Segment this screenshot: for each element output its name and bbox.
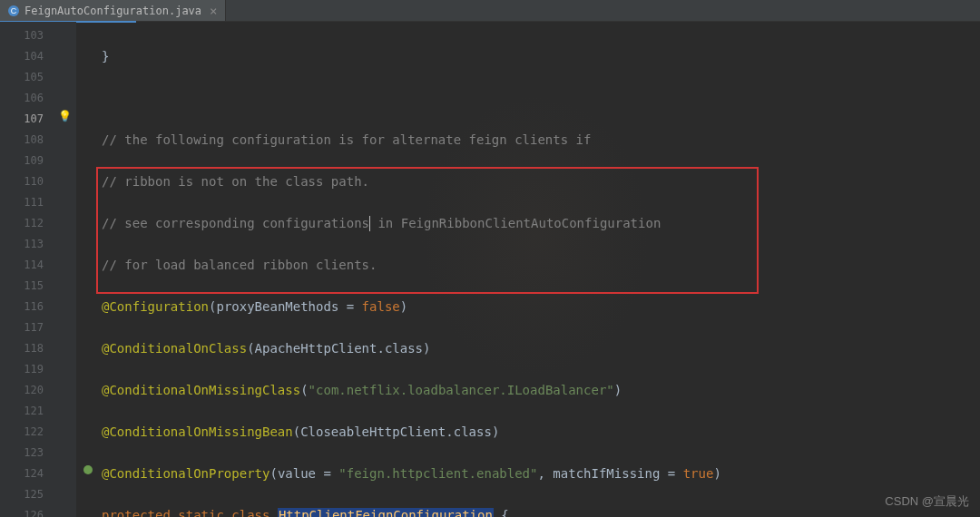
marker-column: 💡 [54,22,76,517]
tab-filename: FeignAutoConfiguration.java [24,5,201,17]
code-line [102,88,980,109]
intention-bulb-icon[interactable]: 💡 [58,110,71,122]
code-line: } [102,46,980,67]
code-line: @ConditionalOnProperty(value = "feign.ht… [102,463,980,484]
code-line: // the following configuration is for al… [102,130,980,151]
line-number-gutter: 103 104 105 106 107 108 109 110 111 112 … [0,22,54,517]
svg-text:C: C [11,6,17,15]
code-line: @ConditionalOnMissingClass("com.netflix.… [102,380,980,401]
code-line: protected static class HttpClientFeignCo… [102,505,980,517]
code-line: @ConditionalOnMissingBean(CloseableHttpC… [102,422,980,443]
code-line: @ConditionalOnClass(ApacheHttpClient.cla… [102,338,980,359]
file-tab[interactable]: C FeignAutoConfiguration.java × [0,0,226,21]
code-area[interactable]: } // the following configuration is for … [76,22,980,517]
watermark-text: CSDN @宣晨光 [885,493,969,510]
code-editor[interactable]: 103 104 105 106 107 108 109 110 111 112 … [0,22,980,517]
code-line: // see corresponding configurations in F… [102,213,980,234]
close-icon[interactable]: × [210,4,217,18]
code-line: @Configuration(proxyBeanMethods = false) [102,297,980,317]
code-line: // ribbon is not on the class path. [102,171,980,192]
java-class-icon: C [7,5,20,17]
highlighted-class-name: HttpClientFeignConfiguration [278,508,494,517]
editor-tabbar: C FeignAutoConfiguration.java × [0,0,980,22]
code-line: // for load balanced ribbon clients. [102,255,980,276]
